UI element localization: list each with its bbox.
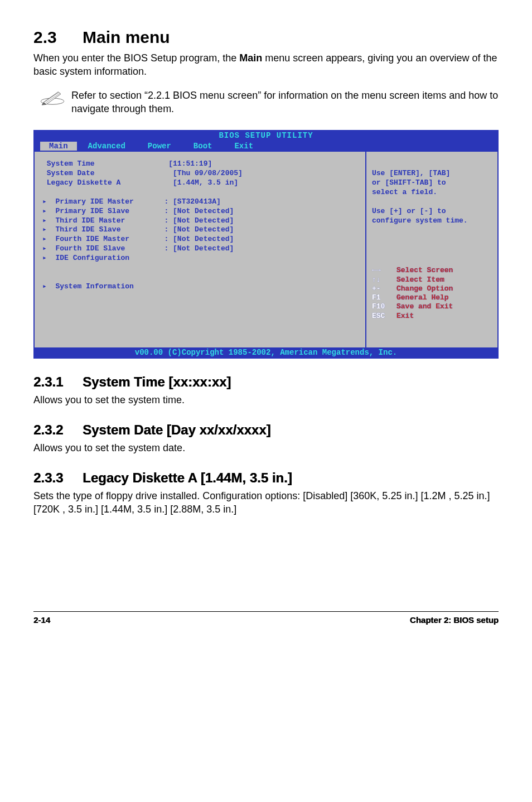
pencil-icon: [33, 89, 71, 107]
bios-help-pane: Use [ENTER], [TAB] or [SHIFT-TAB] to sel…: [366, 152, 497, 347]
legend-key: ←→: [372, 266, 396, 275]
heading-title: Main menu: [83, 28, 170, 47]
intro-paragraph: When you enter the BIOS Setup program, t…: [33, 51, 499, 79]
legend-key: +-: [372, 284, 396, 293]
legend-text: General Help: [396, 293, 449, 302]
subsection-body: Allows you to set the system time.: [33, 393, 499, 407]
legend-text: Change Option: [396, 284, 453, 293]
legend-text: Exit: [396, 312, 414, 321]
legend-row: ←→Select Screen: [372, 266, 492, 275]
bios-left-pane: System Time [11:51:19] System Date [Thu …: [35, 152, 366, 347]
legend-text: Select Item: [396, 276, 444, 284]
subsection-number: 2.3.1: [33, 374, 83, 390]
legend-key: F10: [372, 302, 396, 311]
legend-text: Save and Exit: [396, 302, 453, 311]
subsection-title: Legacy Diskette A [1.44M, 3.5 in.]: [83, 470, 292, 486]
subsection-heading: 2.3.3Legacy Diskette A [1.44M, 3.5 in.]: [33, 470, 499, 486]
page-footer: 2-14 Chapter 2: BIOS setup: [33, 611, 499, 625]
heading-number: 2.3: [33, 28, 83, 47]
bios-tab-boot: Boot: [182, 142, 224, 151]
bios-tab-advanced: Advanced: [77, 142, 137, 151]
subsection-body: Sets the type of floppy drive installed.…: [33, 489, 499, 516]
subsection-number: 2.3.2: [33, 422, 83, 438]
bios-help-mid: Use [+] or [-] to configure system time.: [372, 207, 468, 225]
bios-help-top: Use [ENTER], [TAB] or [SHIFT-TAB] to sel…: [372, 169, 450, 196]
note-text: Refer to section “2.2.1 BIOS menu screen…: [71, 89, 499, 116]
section-heading: 2.3 Main menu: [33, 28, 499, 47]
legend-row: F1General Help: [372, 293, 492, 302]
legend-key: ESC: [372, 312, 396, 321]
legend-row: ↑↓Select Item: [372, 276, 492, 284]
subsection-title: System Date [Day xx/xx/xxxx]: [83, 422, 271, 438]
bios-tab-exit: Exit: [223, 142, 264, 151]
bios-legend: ←→Select Screen↑↓Select Item+-Change Opt…: [372, 266, 492, 321]
bios-tab-power: Power: [137, 142, 182, 151]
chapter-label: Chapter 2: BIOS setup: [410, 615, 499, 625]
legend-row: +-Change Option: [372, 284, 492, 293]
note-block: Refer to section “2.2.1 BIOS menu screen…: [33, 89, 499, 116]
legend-row: F10Save and Exit: [372, 302, 492, 311]
subsection-heading: 2.3.1System Time [xx:xx:xx]: [33, 374, 499, 390]
subsection-title: System Time [xx:xx:xx]: [83, 374, 231, 390]
bios-tab-main: Main: [40, 142, 77, 151]
bios-screenshot: BIOS SETUP UTILITY Main Advanced Power B…: [33, 130, 499, 358]
legend-key: ↑↓: [372, 276, 396, 284]
subsection-number: 2.3.3: [33, 470, 83, 486]
subsection-body: Allows you to set the system date.: [33, 441, 499, 455]
legend-key: F1: [372, 293, 396, 302]
subsection-heading: 2.3.2System Date [Day xx/xx/xxxx]: [33, 422, 499, 438]
legend-text: Select Screen: [396, 266, 453, 275]
bios-menubar: Main Advanced Power Boot Exit: [35, 141, 497, 152]
page-number: 2-14: [33, 615, 50, 625]
bios-footer: v00.00 (C)Copyright 1985-2002, American …: [35, 347, 497, 357]
legend-row: ESCExit: [372, 312, 492, 321]
bios-title: BIOS SETUP UTILITY: [35, 131, 497, 141]
